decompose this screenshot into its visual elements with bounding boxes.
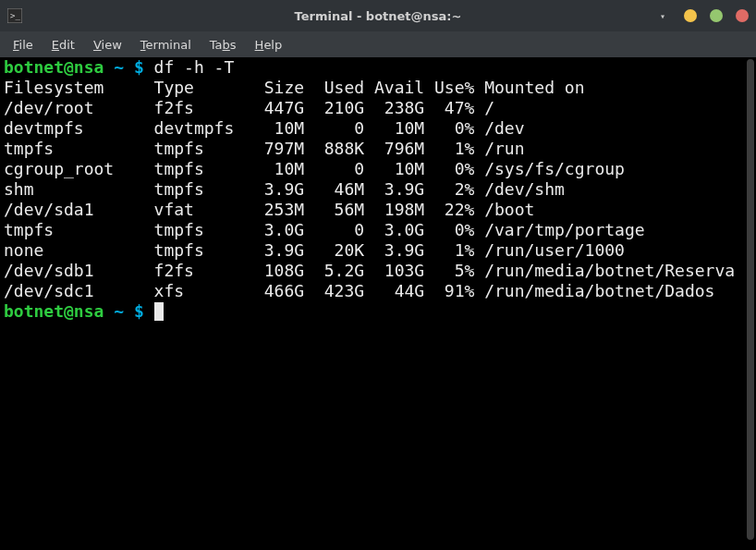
maximize-button[interactable] bbox=[710, 9, 723, 22]
prompt-line: botnet@nsa ~ $ df -h -T bbox=[4, 57, 743, 78]
df-row: /dev/sdc1 xfs 466G 423G 44G 91% /run/med… bbox=[4, 281, 743, 301]
scrollbar[interactable] bbox=[745, 57, 756, 550]
svg-text:>_: >_ bbox=[10, 11, 20, 20]
df-row: /dev/sda1 vfat 253M 56M 198M 22% /boot bbox=[4, 200, 743, 220]
menubar: File Edit View Terminal Tabs Help bbox=[0, 31, 756, 57]
df-row: /dev/sdb1 f2fs 108G 5.2G 103G 5% /run/me… bbox=[4, 261, 743, 281]
command-text: df -h -T bbox=[154, 57, 235, 77]
terminal-icon: >_ bbox=[7, 8, 22, 23]
df-row: /dev/root f2fs 447G 210G 238G 47% / bbox=[4, 98, 743, 118]
menu-view[interactable]: View bbox=[84, 34, 131, 55]
df-row: cgroup_root tmpfs 10M 0 10M 0% /sys/fs/c… bbox=[4, 159, 743, 179]
cursor bbox=[154, 302, 164, 321]
window-menu-caret-icon[interactable]: ▾ bbox=[660, 11, 665, 21]
prompt-line: botnet@nsa ~ $ bbox=[4, 301, 743, 322]
close-button[interactable] bbox=[736, 9, 749, 22]
menu-terminal[interactable]: Terminal bbox=[131, 34, 201, 55]
df-header: Filesystem Type Size Used Avail Use% Mou… bbox=[4, 78, 743, 98]
terminal-viewport[interactable]: botnet@nsa ~ $ df -h -TFilesystem Type S… bbox=[0, 57, 756, 550]
menu-file[interactable]: File bbox=[4, 34, 43, 55]
df-row: tmpfs tmpfs 3.0G 0 3.0G 0% /var/tmp/port… bbox=[4, 220, 743, 240]
window-title: Terminal - botnet@nsa:~ bbox=[0, 9, 756, 23]
menu-tabs[interactable]: Tabs bbox=[201, 34, 246, 55]
df-row: tmpfs tmpfs 797M 888K 796M 1% /run bbox=[4, 139, 743, 159]
terminal-content[interactable]: botnet@nsa ~ $ df -h -TFilesystem Type S… bbox=[4, 57, 743, 550]
menu-edit[interactable]: Edit bbox=[43, 34, 84, 55]
df-row: none tmpfs 3.9G 20K 3.9G 1% /run/user/10… bbox=[4, 240, 743, 261]
df-row: shm tmpfs 3.9G 46M 3.9G 2% /dev/shm bbox=[4, 179, 743, 200]
titlebar[interactable]: >_ Terminal - botnet@nsa:~ ▾ bbox=[0, 0, 756, 31]
scrollbar-thumb[interactable] bbox=[747, 59, 754, 540]
menu-help[interactable]: Help bbox=[246, 34, 292, 55]
minimize-button[interactable] bbox=[684, 9, 697, 22]
df-row: devtmpfs devtmpfs 10M 0 10M 0% /dev bbox=[4, 118, 743, 139]
